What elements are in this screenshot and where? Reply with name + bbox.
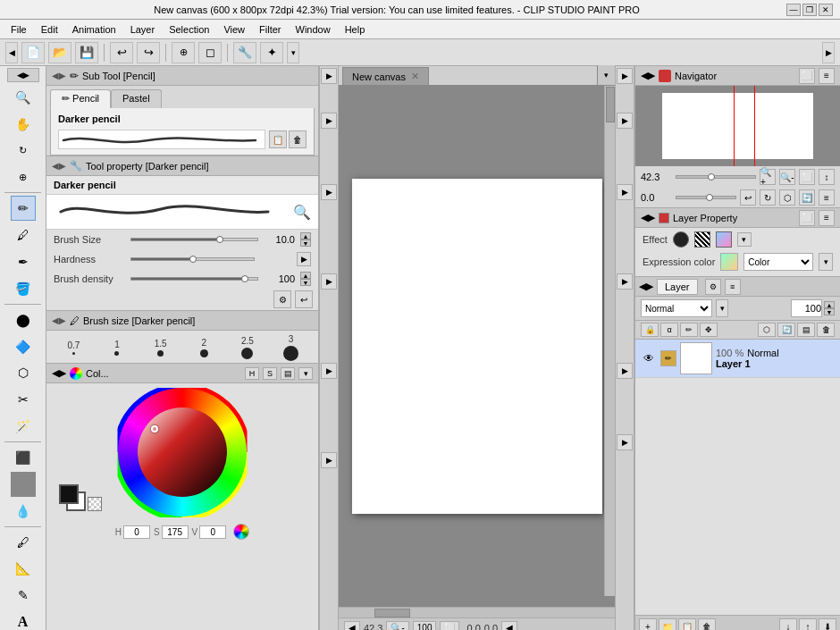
redo-button[interactable]: ↪ xyxy=(137,42,160,63)
brush-size-item-07[interactable]: 0.7 xyxy=(61,340,86,355)
brush-tool-button[interactable]: 🖊 xyxy=(11,223,36,248)
canvas-tab-close[interactable]: ✕ xyxy=(411,71,419,82)
layer-merge-btn[interactable]: ⬇ xyxy=(819,618,836,630)
expr-color-select[interactable]: Color xyxy=(743,253,813,271)
layer-delete-btn[interactable]: 🗑 xyxy=(698,618,716,630)
right-nav-btn-1[interactable]: ▶ xyxy=(617,68,633,84)
layer-panel-collapse[interactable]: ◀▶ xyxy=(639,281,653,292)
balloon-tool-button[interactable]: ✎ xyxy=(11,583,36,608)
selection-button[interactable]: ◻ xyxy=(198,42,222,63)
layer-blend-mode-select[interactable]: Normal xyxy=(641,299,712,317)
nav-mirror-btn[interactable]: 🔄 xyxy=(799,189,815,206)
text-tool-button[interactable]: ⬛ xyxy=(11,445,36,470)
layer-prop-more-btn[interactable]: ≡ xyxy=(819,210,835,226)
color-more-btn[interactable]: ▾ xyxy=(298,367,313,380)
settings-button[interactable]: 🔧 xyxy=(233,42,256,63)
panel-toggle-4[interactable]: ▶ xyxy=(321,273,337,290)
layer-extra-btn3[interactable]: ▤ xyxy=(797,323,815,337)
canvas-zoom-fit-btn[interactable]: ⬜ xyxy=(440,621,459,630)
sub-tool-collapse-icon[interactable]: ◀▶ xyxy=(52,71,66,80)
layer-extra-btn1[interactable]: ⬡ xyxy=(758,323,776,337)
layer-copy-btn[interactable]: 📋 xyxy=(678,618,696,630)
hardness-expand[interactable]: ▶ xyxy=(297,252,311,266)
ruler-tool-button[interactable]: 📐 xyxy=(11,557,36,582)
eraser-tool-button[interactable]: ✒ xyxy=(11,249,36,274)
restore-button[interactable]: ❐ xyxy=(802,4,817,16)
effect-select-arrow[interactable]: ▾ xyxy=(737,232,752,247)
nav-preview[interactable] xyxy=(635,86,840,166)
s-input[interactable] xyxy=(162,525,189,539)
nav-rotate-cw-btn[interactable]: ↻ xyxy=(760,189,776,206)
zoom-out-tool-button[interactable]: ⊕ xyxy=(11,165,36,190)
brush-size-item-2[interactable]: 2 xyxy=(191,338,216,357)
left-toolbar-collapse[interactable]: ◀▶ xyxy=(7,68,39,82)
nav-zoom-slider[interactable] xyxy=(676,175,756,179)
toolbar-collapse-left[interactable]: ◀ xyxy=(5,42,18,63)
menu-item-view[interactable]: View xyxy=(216,22,252,37)
save-button[interactable]: 💾 xyxy=(75,42,98,63)
brush-size-slider[interactable] xyxy=(130,238,258,241)
color-mode-icon3[interactable]: ▤ xyxy=(281,367,295,380)
layer-panel-icon1[interactable]: ⚙ xyxy=(705,279,721,295)
effect-btn-black[interactable] xyxy=(673,231,689,248)
canvas-content[interactable] xyxy=(339,86,615,607)
layer-blend-arrow[interactable]: ▾ xyxy=(716,299,728,317)
transform-button[interactable]: ⊕ xyxy=(172,42,195,63)
right-nav-btn-5[interactable]: ▶ xyxy=(617,363,633,379)
color-wheel-outer[interactable] xyxy=(118,388,247,517)
shape-tool-button[interactable]: ⬤ xyxy=(11,307,36,332)
nav-flip-btn[interactable]: ⬡ xyxy=(779,189,795,206)
brush-size-up[interactable]: ▲ xyxy=(300,232,311,239)
select-tool-button[interactable]: ⬡ xyxy=(11,361,36,386)
right-nav-btn-2[interactable]: ▶ xyxy=(617,113,633,129)
pencil-tool-button[interactable]: ✏ xyxy=(11,196,36,221)
undo-button[interactable]: ↩ xyxy=(110,42,133,63)
canvas-zoom-out-btn[interactable]: 🔍- xyxy=(386,621,408,630)
right-nav-btn-4[interactable]: ▶ xyxy=(617,273,633,290)
menu-item-animation[interactable]: Animation xyxy=(65,22,123,37)
menu-item-window[interactable]: Window xyxy=(289,22,338,37)
brush-size-item-1[interactable]: 1 xyxy=(105,340,130,356)
rotate-tool-button[interactable]: ↻ xyxy=(11,139,36,164)
brush-size-item-3[interactable]: 3 xyxy=(279,334,304,361)
toolbar-right-expand[interactable]: ▶ xyxy=(822,42,835,63)
transparent-swatch[interactable] xyxy=(88,497,102,511)
nav-more2-btn[interactable]: ≡ xyxy=(819,189,835,206)
panel-toggle-5[interactable]: ▶ xyxy=(321,363,337,379)
menu-item-layer[interactable]: Layer xyxy=(123,22,163,37)
lasso-tool-button[interactable]: ✂ xyxy=(11,387,36,412)
density-slider[interactable] xyxy=(130,277,258,281)
color-wheel-container[interactable] xyxy=(46,383,318,522)
layer-extra-btn2[interactable]: 🔄 xyxy=(777,323,795,337)
nav-fit-btn[interactable]: ⬜ xyxy=(799,68,815,84)
menu-item-selection[interactable]: Selection xyxy=(162,22,216,37)
canvas-scroll-y[interactable] xyxy=(604,86,615,596)
menu-item-help[interactable]: Help xyxy=(338,22,373,37)
zoom-tool-button[interactable]: 🔍 xyxy=(11,85,36,110)
expr-color-dropdown[interactable]: ▾ xyxy=(819,253,833,271)
layer-opacity-down[interactable]: ▼ xyxy=(824,308,835,315)
brush-size-collapse[interactable]: ◀▶ xyxy=(52,315,66,325)
color-pick-tool-button[interactable]: 💧 xyxy=(11,499,36,524)
nav-zoom-in-btn[interactable]: 🔍+ xyxy=(760,169,776,185)
tab-pencil[interactable]: ✏ Pencil xyxy=(50,89,111,108)
panel-toggle-2[interactable]: ▶ xyxy=(321,113,337,129)
magic-wand-button[interactable]: 🪄 xyxy=(11,414,36,439)
layer-lock-alpha-btn[interactable]: α xyxy=(660,323,678,337)
nav-undo-rotate-btn[interactable]: ↩ xyxy=(740,189,756,206)
brush-preview-zoom-icon[interactable]: 🔍 xyxy=(293,204,311,221)
toolbar-expand-right[interactable]: ▾ xyxy=(287,42,299,63)
layer-prop-collapse[interactable]: ◀▶ xyxy=(641,212,655,223)
nav-zoom-fit-btn2[interactable]: ⬜ xyxy=(799,169,815,185)
nav-more-btn[interactable]: ≡ xyxy=(819,68,835,84)
nav-zoom-out-btn[interactable]: 🔍- xyxy=(779,169,795,185)
menu-item-file[interactable]: File xyxy=(4,22,34,37)
color-picker-icon[interactable] xyxy=(233,524,249,540)
right-nav-btn-3[interactable]: ▶ xyxy=(617,184,633,200)
layer-add-btn[interactable]: + xyxy=(639,618,657,630)
tool-property-collapse[interactable]: ◀▶ xyxy=(52,161,66,171)
color-mode-icon1[interactable]: H xyxy=(245,367,259,380)
layer-lock-all-btn[interactable]: 🔒 xyxy=(641,323,659,337)
navigator-collapse[interactable]: ◀▶ xyxy=(641,70,655,81)
layer-lock-draw-btn[interactable]: ✏ xyxy=(680,323,698,337)
